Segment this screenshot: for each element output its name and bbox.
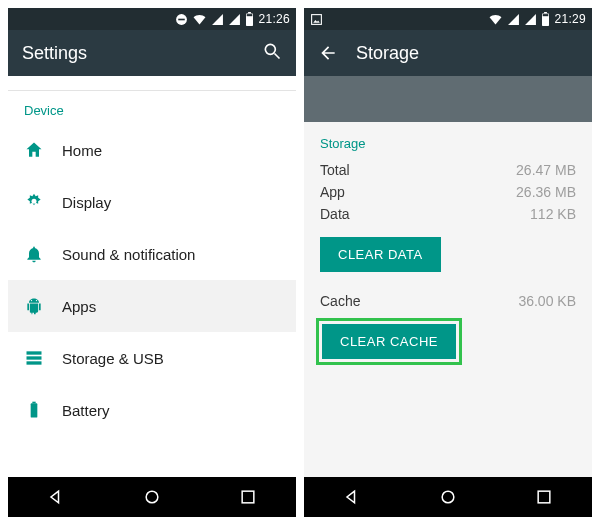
status-bar: 21:26: [8, 8, 296, 30]
svg-rect-14: [32, 402, 35, 404]
recents-nav-icon[interactable]: [534, 487, 554, 507]
cell-signal-icon: [507, 13, 520, 26]
android-icon: [24, 296, 62, 316]
home-nav-icon[interactable]: [438, 487, 458, 507]
section-header-storage: Storage: [304, 122, 592, 159]
screenshot-storage: 21:29 Storage Storage Total 26.47 MB App…: [304, 8, 592, 517]
svg-point-7: [32, 199, 37, 204]
brightness-icon: [24, 192, 62, 212]
page-title: Settings: [22, 43, 244, 64]
settings-item-home[interactable]: Home: [8, 124, 296, 176]
back-nav-icon[interactable]: [46, 487, 66, 507]
screenshot-settings: 21:26 Settings Device Home Displ: [8, 8, 296, 517]
status-time: 21:26: [258, 12, 290, 26]
settings-item-label: Display: [62, 194, 111, 211]
wifi-icon: [192, 13, 207, 26]
storage-row-cache: Cache 36.00 KB: [304, 290, 592, 312]
storage-icon: [24, 348, 62, 368]
svg-rect-4: [247, 14, 253, 16]
settings-item-label: Sound & notification: [62, 246, 195, 263]
settings-item-label: Battery: [62, 402, 110, 419]
storage-key: Total: [320, 162, 516, 178]
storage-value: 112 KB: [530, 206, 576, 222]
svg-line-6: [275, 53, 280, 58]
svg-point-21: [442, 491, 454, 503]
image-notification-icon: [310, 13, 323, 26]
status-time: 21:29: [554, 12, 586, 26]
home-nav-icon[interactable]: [142, 487, 162, 507]
svg-rect-20: [543, 14, 549, 16]
storage-key: Data: [320, 206, 530, 222]
storage-key: App: [320, 184, 516, 200]
battery-icon: [541, 12, 550, 26]
svg-rect-3: [249, 12, 252, 13]
home-icon: [24, 140, 62, 160]
clear-data-button[interactable]: CLEAR DATA: [320, 237, 441, 272]
svg-point-9: [36, 300, 37, 301]
storage-row-app: App 26.36 MB: [304, 181, 592, 203]
storage-panel: Storage Total 26.47 MB App 26.36 MB Data…: [304, 122, 592, 477]
svg-rect-13: [31, 403, 38, 417]
svg-point-8: [31, 300, 32, 301]
bell-icon: [24, 244, 62, 264]
recents-nav-icon[interactable]: [238, 487, 258, 507]
cell-signal-icon: [524, 13, 537, 26]
settings-item-battery[interactable]: Battery: [8, 384, 296, 436]
settings-item-label: Apps: [62, 298, 96, 315]
settings-item-label: Home: [62, 142, 102, 159]
header-band: [304, 76, 592, 122]
storage-key: Cache: [320, 293, 518, 309]
app-bar: Storage: [304, 30, 592, 76]
svg-rect-17: [312, 14, 322, 24]
settings-item-storage[interactable]: Storage & USB: [8, 332, 296, 384]
back-icon[interactable]: [318, 43, 338, 63]
back-nav-icon[interactable]: [342, 487, 362, 507]
wifi-icon: [488, 13, 503, 26]
storage-row-total: Total 26.47 MB: [304, 159, 592, 181]
dnd-icon: [175, 13, 188, 26]
cell-signal-icon: [211, 13, 224, 26]
svg-rect-10: [27, 351, 42, 354]
svg-point-15: [146, 491, 158, 503]
svg-rect-12: [27, 361, 42, 364]
search-icon[interactable]: [262, 41, 282, 66]
status-bar: 21:29: [304, 8, 592, 30]
svg-rect-1: [179, 18, 186, 20]
clear-cache-button[interactable]: CLEAR CACHE: [322, 324, 456, 359]
settings-item-sound[interactable]: Sound & notification: [8, 228, 296, 280]
svg-rect-11: [27, 356, 42, 359]
svg-rect-22: [538, 491, 550, 503]
storage-value: 26.47 MB: [516, 162, 576, 178]
battery-icon: [24, 400, 62, 420]
navigation-bar: [8, 477, 296, 517]
svg-point-5: [265, 44, 275, 54]
settings-item-apps[interactable]: Apps: [8, 280, 296, 332]
storage-row-data: Data 112 KB: [304, 203, 592, 225]
page-title: Storage: [356, 43, 578, 64]
cell-signal-icon: [228, 13, 241, 26]
settings-item-label: Storage & USB: [62, 350, 164, 367]
svg-rect-16: [242, 491, 254, 503]
storage-value: 26.36 MB: [516, 184, 576, 200]
highlight-annotation: CLEAR CACHE: [316, 318, 462, 365]
battery-icon: [245, 12, 254, 26]
settings-list: Device Home Display Sound & notification: [8, 76, 296, 477]
settings-item-display[interactable]: Display: [8, 176, 296, 228]
app-bar: Settings: [8, 30, 296, 76]
navigation-bar: [304, 477, 592, 517]
svg-rect-19: [545, 12, 548, 13]
storage-value: 36.00 KB: [518, 293, 576, 309]
section-header-device: Device: [8, 91, 296, 124]
